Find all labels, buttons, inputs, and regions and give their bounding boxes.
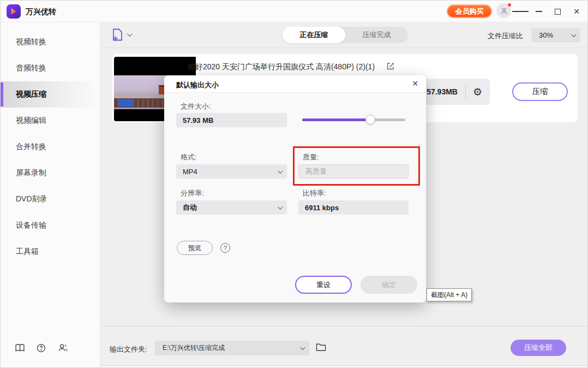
chevron-down-icon [571, 32, 577, 37]
titlebar: 万兴优转 会员购买 ✕ [1, 1, 588, 22]
tab-compressing[interactable]: 正在压缩 [283, 27, 345, 43]
file-size-field[interactable]: 57.93 MB [176, 113, 287, 127]
sidebar-item-screen-record[interactable]: 屏幕录制 [1, 160, 100, 186]
file-size-label: 文件大小: [181, 102, 211, 111]
toolbar: 正在压缩 压缩完成 文件压缩比 30% [100, 22, 588, 48]
chevron-down-icon [278, 168, 283, 174]
compression-ratio-value: 30% [539, 31, 571, 39]
confirm-button[interactable]: 确定 [361, 276, 417, 294]
chevron-down-icon [300, 345, 305, 350]
app-title: 万兴优转 [26, 7, 56, 17]
output-folder-label: 输出文件夹: [110, 345, 147, 354]
add-file-button[interactable] [111, 28, 131, 41]
user-avatar[interactable] [496, 3, 511, 18]
tab-compressed[interactable]: 压缩完成 [345, 27, 408, 43]
window-bottom-strip [100, 365, 588, 368]
open-folder-icon[interactable] [316, 343, 326, 353]
bitrate-label: 比特率: [303, 188, 326, 198]
sidebar-item-dvd-burn[interactable]: DVD刻录 [1, 186, 100, 212]
video-title: 你好2020 天安门广场举行升国旗仪式 高清(480P) (2)(1) [188, 62, 375, 72]
file-size-slider[interactable] [302, 117, 405, 122]
help-circle-icon[interactable] [37, 343, 46, 354]
app-window: 万兴优转 会员购买 ✕ 视频转换 音频转换 视频压缩 视频编辑 合并转换 屏幕录… [0, 0, 588, 368]
format-label: 格式: [181, 152, 197, 162]
dialog-title: 默认输出大小 [176, 80, 219, 90]
divider [100, 326, 588, 327]
app-logo-icon [7, 4, 21, 19]
edit-title-icon[interactable] [386, 62, 395, 72]
compress-button[interactable]: 压缩 [512, 82, 568, 101]
help-icon[interactable]: ? [220, 243, 230, 253]
resolution-dropdown[interactable]: 自动 [176, 200, 287, 215]
sidebar-item-video-compress[interactable]: 视频压缩 [1, 81, 100, 108]
screenshot-tooltip: 截图(Alt + A) [427, 288, 472, 301]
output-size-value: 57.93MB [427, 87, 458, 96]
maximize-button[interactable] [549, 1, 566, 22]
format-dropdown[interactable]: MP4 [176, 164, 287, 179]
output-folder-value: E:\万兴优转\压缩完成 [163, 343, 300, 353]
sidebar-item-video-edit[interactable]: 视频编辑 [1, 108, 100, 134]
compress-all-button[interactable]: 压缩全部 [511, 340, 566, 356]
divider [465, 85, 466, 99]
slider-fill [302, 118, 370, 121]
sidebar: 视频转换 音频转换 视频压缩 视频编辑 合并转换 屏幕录制 DVD刻录 设备传输… [1, 22, 100, 368]
sidebar-item-audio-convert[interactable]: 音频转换 [1, 55, 100, 81]
quality-label: 质量: [303, 152, 319, 162]
sidebar-item-device-transfer[interactable]: 设备传输 [1, 212, 100, 239]
book-icon[interactable] [15, 343, 25, 354]
notification-dot [507, 3, 512, 7]
bitrate-field[interactable]: 6911 kbps [298, 200, 409, 215]
quality-field: 高质量 [298, 164, 409, 179]
default-output-size-dialog: 默认输出大小 ✕ 文件大小: 57.93 MB 格式: MP4 质量: 高质量 … [164, 75, 426, 302]
users-icon[interactable] [58, 343, 68, 354]
gear-icon[interactable]: ⚙ [473, 87, 482, 97]
sidebar-item-toolbox[interactable]: 工具箱 [1, 239, 100, 265]
play-triangle-icon [9, 7, 18, 16]
resolution-label: 分辨率: [181, 188, 204, 198]
close-button[interactable]: ✕ [568, 1, 585, 22]
chevron-down-icon [127, 31, 133, 37]
slider-handle[interactable] [365, 115, 375, 124]
menu-button[interactable] [512, 1, 529, 22]
chevron-down-icon [278, 204, 283, 210]
sidebar-item-merge-convert[interactable]: 合并转换 [1, 134, 100, 160]
reset-button[interactable]: 重设 [295, 276, 352, 294]
person-icon [499, 6, 509, 16]
vip-purchase-button[interactable]: 会员购买 [447, 4, 492, 18]
sidebar-item-video-convert[interactable]: 视频转换 [1, 29, 100, 55]
preview-button[interactable]: 预览 [177, 241, 213, 255]
dialog-close-icon[interactable]: ✕ [412, 79, 418, 88]
add-file-icon [111, 28, 124, 41]
compression-ratio-dropdown[interactable]: 30% [531, 28, 580, 43]
minimize-button[interactable] [531, 1, 547, 22]
dialog-header: 默认输出大小 ✕ [164, 75, 426, 93]
output-folder-dropdown[interactable]: E:\万兴优转\压缩完成 [155, 341, 309, 355]
status-tabs: 正在压缩 压缩完成 [283, 27, 408, 43]
compression-ratio-label: 文件压缩比 [488, 31, 523, 41]
